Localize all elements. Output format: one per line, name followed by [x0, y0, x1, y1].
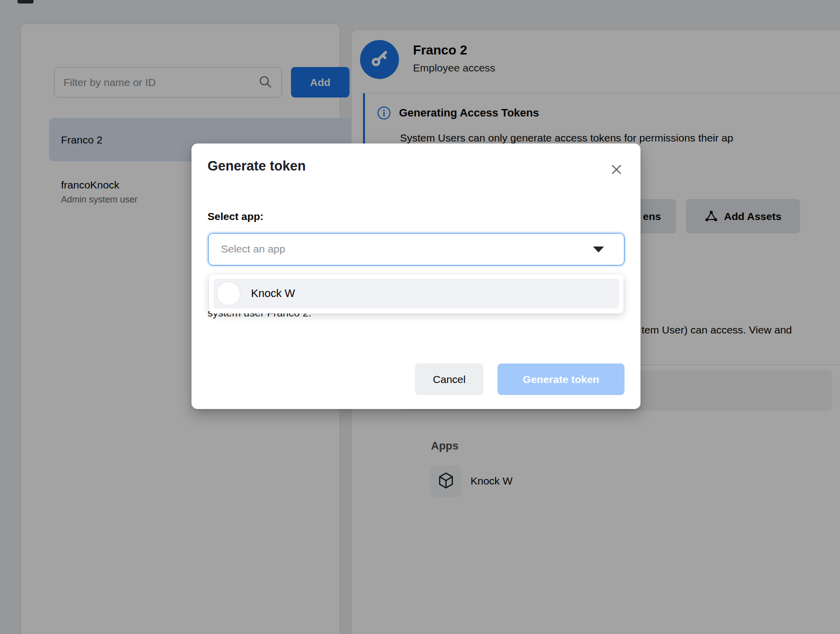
generate-token-dialog: Generate token Select app: Select an app…: [192, 144, 640, 409]
close-icon[interactable]: [608, 160, 626, 178]
app-option-knock-w[interactable]: Knock W: [214, 278, 619, 308]
app-options-panel: Knock W: [209, 274, 624, 314]
dropdown-placeholder: Select an app: [221, 234, 285, 264]
chevron-down-icon: [593, 246, 604, 252]
app-select-dropdown[interactable]: Select an app: [208, 233, 624, 266]
system-users-page: Add Franco 2 francoKnock Admin system us…: [0, 0, 840, 634]
app-avatar-circle: [217, 282, 240, 305]
dialog-title: Generate token: [208, 158, 306, 174]
cancel-button[interactable]: Cancel: [415, 364, 484, 395]
select-app-label: Select app:: [208, 210, 264, 222]
app-option-label: Knock W: [251, 287, 295, 300]
generate-token-button[interactable]: Generate token: [498, 364, 624, 395]
